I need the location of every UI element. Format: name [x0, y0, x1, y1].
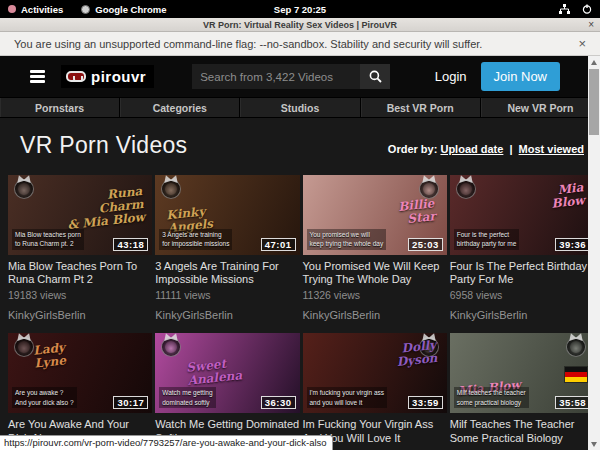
thumbnail-caption: You promised we will keep trying the who… — [307, 229, 387, 251]
video-studio-link[interactable]: KinkyGirlsBerlin — [450, 309, 594, 321]
video-title-link[interactable]: Milf Teaches The Teacher Some Practical … — [450, 418, 594, 444]
video-card[interactable]: Mia Blow Milf teaches the teacher some p… — [450, 333, 594, 450]
app-menu-button[interactable]: Google Chrome — [81, 4, 166, 15]
video-card[interactable]: Sweet Analena Watch me getting dominated… — [155, 333, 299, 450]
search-button[interactable] — [360, 64, 390, 89]
order-by-separator: | — [509, 143, 512, 155]
video-card[interactable]: Kinky Angels 3 Angels are training for i… — [155, 175, 299, 321]
page-title: VR Porn Videos — [20, 132, 187, 159]
order-by: Order by: Upload date | Most viewed — [388, 143, 584, 159]
video-thumbnail[interactable]: Lady Lyne Are you awake ? And your dick … — [8, 333, 152, 413]
video-title-link[interactable]: Mia Blow Teaches Porn To Runa Charm Pt 2 — [8, 260, 152, 286]
thumbnail-caption: Watch me getting dominated softly — [159, 387, 215, 409]
video-thumbnail[interactable]: Runa Charm & Mia Blow Mia Blow teaches p… — [8, 175, 152, 255]
nav-item-new-vr[interactable]: New VR Porn — [481, 98, 600, 117]
status-bar-url: https://pirouvr.com/vr-porn-video/779325… — [0, 435, 333, 450]
studio-cat-logo-icon — [14, 337, 34, 357]
site-logo[interactable]: pirouvr — [61, 65, 154, 88]
thumbnail-overlay-name: Lady Lyne — [33, 342, 67, 372]
video-card[interactable]: Lady Lyne Are you awake ? And your dick … — [8, 333, 152, 450]
nav-item-categories[interactable]: Categories — [120, 98, 240, 117]
video-title-link[interactable]: You Promised We Will Keep Trying The Who… — [303, 260, 447, 286]
window-close-icon[interactable]: × — [588, 18, 594, 31]
video-thumbnail[interactable]: Sweet Analena Watch me getting dominated… — [155, 333, 299, 413]
video-duration-badge: 39:36 — [555, 238, 590, 251]
video-title-link[interactable]: Four Is The Perfect Birthday Party For M… — [450, 260, 594, 286]
video-card[interactable]: Runa Charm & Mia Blow Mia Blow teaches p… — [8, 175, 152, 321]
studio-cat-logo-icon — [456, 179, 476, 199]
video-studio-link[interactable]: KinkyGirlsBerlin — [155, 309, 299, 321]
page-heading-row: VR Porn Videos Order by: Upload date | M… — [0, 118, 600, 175]
scrollbar-thumb[interactable] — [589, 69, 599, 135]
video-duration-badge: 30:17 — [113, 396, 148, 409]
network-icon[interactable] — [559, 4, 570, 14]
video-views: 19183 views — [8, 289, 152, 301]
video-views: 6958 views — [450, 289, 594, 301]
studio-cat-logo-icon — [566, 337, 586, 357]
activities-button[interactable]: Activities — [8, 4, 63, 15]
chrome-icon — [81, 5, 90, 14]
thumbnail-overlay-name: Billie Star — [397, 197, 436, 227]
activities-label: Activities — [21, 4, 63, 15]
order-by-upload-date-link[interactable]: Upload date — [440, 143, 503, 155]
search-bar — [192, 64, 390, 89]
video-views: 11326 views — [303, 289, 447, 301]
video-card[interactable]: Mia Blow Four is the perfect birthday pa… — [450, 175, 594, 321]
video-duration-badge: 25:03 — [408, 238, 443, 251]
video-duration-badge: 35:58 — [555, 396, 590, 409]
video-thumbnail[interactable]: Dolly Dyson I'm fucking your virgin ass … — [303, 333, 447, 413]
thumbnail-overlay-name: Dolly Dyson — [395, 339, 438, 370]
activities-dot-icon — [8, 5, 16, 13]
order-by-label: Order by: — [388, 143, 438, 155]
video-thumbnail[interactable]: Mia Blow Four is the perfect birthday pa… — [450, 175, 594, 255]
scrollbar-up-icon[interactable] — [588, 56, 600, 68]
video-duration-badge: 36:30 — [261, 396, 296, 409]
order-by-most-viewed-link[interactable]: Most viewed — [519, 143, 584, 155]
thumbnail-overlay-name: Sweet Analena — [186, 357, 243, 389]
main-nav: Pornstars Categories Studios Best VR Por… — [0, 97, 600, 118]
studio-cat-logo-icon — [14, 179, 34, 199]
browser-viewport: pirouvr Login Join Now Pornstars Categor… — [0, 56, 600, 450]
video-card[interactable]: Billie Star You promised we will keep tr… — [303, 175, 447, 321]
site-logo-text: pirouvr — [91, 68, 146, 85]
studio-cat-logo-icon — [161, 337, 181, 357]
video-grid: Runa Charm & Mia Blow Mia Blow teaches p… — [0, 175, 600, 450]
thumbnail-caption: Mia Blow teaches porn to Runa Charm pt. … — [12, 229, 84, 251]
nav-item-studios[interactable]: Studios — [240, 98, 360, 117]
video-thumbnail[interactable]: Mia Blow Milf teaches the teacher some p… — [450, 333, 594, 413]
login-link[interactable]: Login — [435, 69, 467, 84]
scrollbar-down-icon[interactable] — [588, 438, 600, 450]
video-duration-badge: 47:01 — [261, 238, 296, 251]
window-title: VR Porn: Virtual Reality Sex Videos | Pi… — [0, 20, 600, 30]
search-input[interactable] — [192, 64, 360, 89]
thumbnail-caption: Four is the perfect birthday party for m… — [454, 229, 520, 251]
scrollbar[interactable] — [588, 56, 600, 450]
thumbnail-caption: Are you awake ? And your dick also ? — [12, 387, 77, 409]
video-card[interactable]: Dolly Dyson I'm fucking your virgin ass … — [303, 333, 447, 450]
site-header: pirouvr Login Join Now — [0, 56, 600, 97]
video-studio-link[interactable]: KinkyGirlsBerlin — [303, 309, 447, 321]
system-top-bar: Activities Google Chrome Sep 7 20:25 — [0, 0, 600, 18]
window-title-bar: VR Porn: Virtual Reality Sex Videos | Pi… — [0, 18, 600, 32]
thumbnail-overlay-name: Runa Charm & Mia Blow — [65, 185, 147, 232]
thumbnail-caption: Milf teaches the teacher some practical … — [454, 387, 529, 409]
video-views: 11111 views — [155, 289, 299, 301]
hamburger-menu-icon[interactable] — [30, 70, 45, 83]
nav-item-pornstars[interactable]: Pornstars — [0, 98, 120, 117]
nav-item-best-vr[interactable]: Best VR Porn — [361, 98, 481, 117]
video-duration-badge: 33:59 — [408, 396, 443, 409]
vr-goggles-icon — [66, 71, 86, 82]
join-now-button[interactable]: Join Now — [481, 62, 560, 91]
warning-close-icon[interactable]: × — [578, 36, 586, 51]
studio-cat-logo-icon — [161, 179, 181, 199]
thumbnail-overlay-name: Mia Blow — [550, 181, 586, 211]
video-duration-badge: 43:18 — [113, 238, 148, 251]
thumbnail-caption: I'm fucking your virgin ass and you will… — [307, 387, 388, 409]
power-icon[interactable] — [582, 4, 592, 14]
video-thumbnail[interactable]: Billie Star You promised we will keep tr… — [303, 175, 447, 255]
video-studio-link[interactable]: KinkyGirlsBerlin — [8, 309, 152, 321]
video-thumbnail[interactable]: Kinky Angels 3 Angels are training for i… — [155, 175, 299, 255]
thumbnail-caption: 3 Angels are training for impossible mis… — [159, 229, 232, 251]
video-title-link[interactable]: 3 Angels Are Training For Impossible Mis… — [155, 260, 299, 286]
search-icon — [369, 70, 382, 83]
